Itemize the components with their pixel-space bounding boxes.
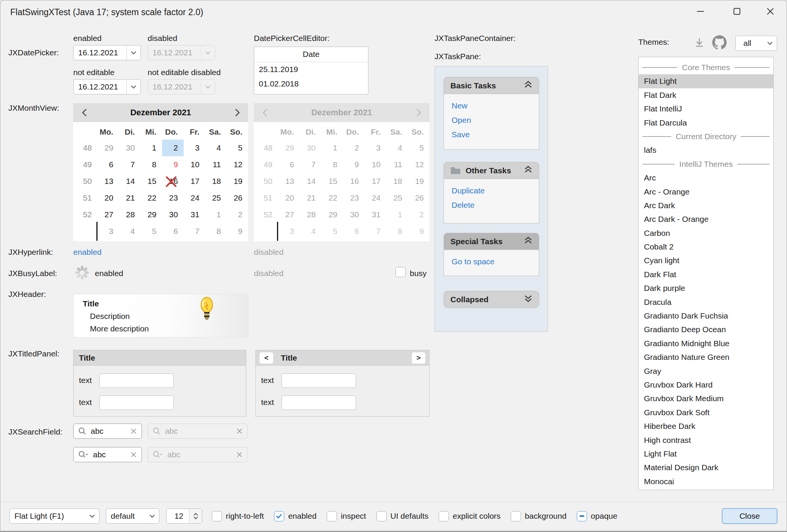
combo-dropdown-button[interactable] [85, 509, 99, 523]
github-icon[interactable] [712, 35, 727, 50]
search-field-menu-enabled[interactable]: abc [73, 447, 142, 462]
laf-combo[interactable]: Flat Light (F1) [9, 508, 99, 524]
theme-item-flat-dark[interactable]: Flat Dark [639, 88, 773, 102]
calendar-day[interactable]: 24 [184, 190, 205, 206]
calendar-day[interactable]: 19 [227, 173, 248, 190]
theme-item-hiberbee-dark[interactable]: Hiberbee Dark [639, 419, 773, 433]
calendar-day[interactable]: 17 [184, 173, 205, 190]
calendar-day[interactable]: 4 [119, 223, 141, 240]
checkbox-ui-defaults[interactable] [376, 511, 387, 521]
theme-item-lafs[interactable]: lafs [639, 143, 773, 157]
theme-item-arc[interactable]: Arc [639, 171, 773, 185]
calendar-day[interactable]: 8 [205, 223, 227, 240]
theme-item-cobalt-2[interactable]: Cobalt 2 [639, 240, 773, 254]
checkbox-explicit-colors[interactable] [439, 511, 449, 521]
close-window-button[interactable] [757, 0, 784, 22]
theme-item-gruvbox-dark-hard[interactable]: Gruvbox Dark Hard [639, 378, 773, 392]
checkbox-inspect[interactable] [327, 511, 337, 521]
theme-item-dracula[interactable]: Dracula [639, 295, 773, 309]
theme-item-cyan-light[interactable]: Cyan light [639, 254, 773, 267]
calendar-day[interactable]: 16 [162, 173, 184, 190]
maximize-button[interactable] [724, 0, 750, 22]
datepicker-enabled[interactable]: 16.12.2021 [73, 45, 141, 60]
prev-month-button[interactable] [73, 103, 95, 122]
close-button[interactable]: Close [722, 508, 778, 524]
calendar-day[interactable]: 30 [162, 206, 184, 223]
calendar-day[interactable]: 1 [205, 206, 227, 223]
calendar-day[interactable]: 3 [184, 140, 205, 156]
checkbox-opaque[interactable] [577, 511, 587, 521]
theme-item-arc-dark-orange[interactable]: Arc Dark - Orange [639, 212, 773, 226]
calendar-day[interactable]: 6 [162, 223, 184, 240]
themes-filter-combo[interactable]: all [735, 36, 777, 51]
theme-item-gradianto-deep-ocean[interactable]: Gradianto Deep Ocean [639, 323, 773, 336]
theme-item-gradianto-dark-fuchsia[interactable]: Gradianto Dark Fuchsia [639, 309, 773, 323]
calendar-day[interactable]: 8 [140, 156, 162, 173]
calendar-day[interactable]: 2 [227, 206, 248, 223]
taskpane-link-new[interactable]: New [452, 99, 531, 113]
calendar-day[interactable]: 2 [162, 140, 184, 156]
text-input[interactable] [99, 373, 174, 388]
calendar-day[interactable]: 30 [119, 140, 141, 156]
combo-dropdown-button[interactable] [763, 36, 777, 50]
calendar-day[interactable]: 10 [184, 156, 205, 173]
table-row[interactable]: 25.11.2019 [254, 62, 368, 77]
calendar-day[interactable]: 18 [205, 173, 227, 190]
theme-item-flat-intellij[interactable]: Flat IntelliJ [639, 102, 773, 116]
calendar-day[interactable]: 3 [98, 223, 119, 240]
calendar-day[interactable]: 31 [184, 206, 205, 223]
taskpane-header-basic-tasks[interactable]: Basic Tasks [444, 77, 539, 94]
download-icon[interactable] [693, 37, 705, 49]
theme-item-gradianto-nature-green[interactable]: Gradianto Nature Green [639, 350, 773, 364]
theme-item-gruvbox-dark-soft[interactable]: Gruvbox Dark Soft [639, 406, 773, 419]
calendar-day[interactable]: 5 [140, 223, 162, 240]
calendar-day[interactable]: 21 [119, 190, 141, 206]
theme-item-gruvbox-dark-medium[interactable]: Gruvbox Dark Medium [639, 392, 773, 405]
date-column-header[interactable]: Date [254, 47, 368, 62]
theme-item-gradianto-midnight-blue[interactable]: Gradianto Midnight Blue [639, 337, 773, 350]
calendar-day[interactable]: 11 [205, 156, 227, 173]
text-input[interactable] [282, 395, 356, 410]
taskpane-header-other-tasks[interactable]: Other Tasks [444, 162, 539, 179]
calendar-day[interactable]: 22 [140, 190, 162, 206]
clear-icon[interactable] [130, 451, 137, 458]
calendar-day[interactable]: 5 [227, 140, 248, 156]
calendar-day[interactable]: 26 [227, 190, 248, 206]
theme-item-nord[interactable]: Nord [639, 488, 773, 490]
taskpane-header-special-tasks[interactable]: Special Tasks [444, 233, 539, 250]
theme-item-light-flat[interactable]: Light Flat [639, 447, 773, 461]
theme-item-monocai[interactable]: Monocai [639, 475, 773, 488]
calendar-day[interactable]: 15 [140, 173, 162, 190]
checkbox-right-to-left[interactable] [212, 511, 222, 521]
theme-item-flat-light[interactable]: Flat Light [639, 74, 773, 88]
taskpane-header-collapsed[interactable]: Collapsed [444, 291, 539, 308]
calendar-day[interactable]: 9 [227, 223, 248, 240]
font-size-spinner[interactable]: 12 [166, 508, 202, 524]
calendar-day[interactable]: 9 [162, 156, 184, 173]
taskpane-link-save[interactable]: Save [452, 127, 531, 142]
combo-dropdown-button[interactable] [145, 509, 159, 523]
datepicker-dropdown-button[interactable] [126, 46, 140, 60]
table-row[interactable]: 01.02.2018 [254, 77, 368, 91]
minimize-button[interactable] [687, 0, 714, 22]
titledpanel-right-button[interactable]: > [411, 352, 426, 364]
checkbox-enabled[interactable] [274, 511, 284, 521]
theme-item-gray[interactable]: Gray [639, 364, 773, 378]
calendar-day[interactable]: 29 [98, 140, 119, 156]
titledpanel-left-button[interactable]: < [259, 352, 274, 364]
next-month-button[interactable] [226, 103, 248, 122]
calendar-day[interactable]: 12 [227, 156, 248, 173]
calendar-day[interactable]: 7 [119, 156, 141, 173]
search-field-enabled[interactable]: abc [73, 424, 142, 439]
taskpane-link-delete[interactable]: Delete [452, 198, 531, 212]
hyperlink-enabled[interactable]: enabled [73, 248, 102, 257]
calendar-day[interactable]: 23 [162, 190, 184, 206]
theme-item-material-design-dark[interactable]: Material Design Dark [639, 461, 773, 474]
calendar-day[interactable]: 4 [205, 140, 227, 156]
theme-item-dark-purple[interactable]: Dark purple [639, 281, 773, 295]
checkbox-background[interactable] [511, 511, 521, 521]
calendar-day[interactable]: 1 [140, 140, 162, 156]
theme-item-flat-darcula[interactable]: Flat Darcula [639, 116, 773, 130]
theme-item-dark-flat[interactable]: Dark Flat [639, 268, 773, 281]
theme-item-arc-dark[interactable]: Arc Dark [639, 199, 773, 212]
